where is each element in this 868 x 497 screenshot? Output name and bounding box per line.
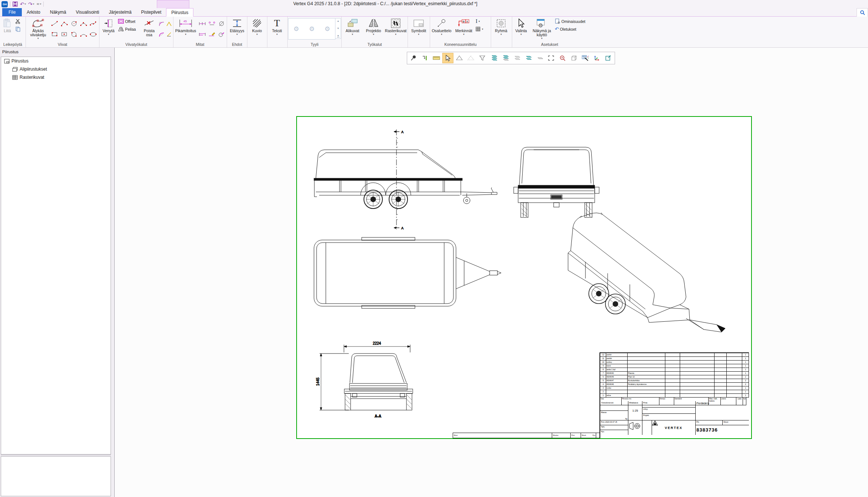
title-bar: G4 ↶▾ ↷▾ ≂▾ Vertex G4 2025 / 31.0.8 - [2… (0, 0, 868, 8)
zoom-in-icon[interactable] (557, 53, 568, 63)
circle-tool-icon[interactable] (71, 31, 77, 37)
hatch-button[interactable]: Kuvio ▾ (248, 17, 266, 41)
selection-button[interactable]: Valinta ▾ (513, 17, 530, 41)
walk-path-icon[interactable] (419, 53, 430, 63)
tree-item-piirustus[interactable]: Piirustus (1, 57, 111, 65)
tree-item-rasterikuvat[interactable]: Rasterikuvat (1, 73, 111, 81)
parts-list-button[interactable]: Osaluettelo ▾ (430, 17, 453, 41)
fillet-icon[interactable] (159, 21, 165, 27)
raster-images-button[interactable]: Rasterikuvat ▾ (384, 17, 407, 41)
properties-button[interactable]: ⚙ Ominaisuudet (554, 17, 586, 25)
chamfer-line-icon[interactable] (166, 31, 172, 37)
parts-header: OsaPiirustus nroNimitysStandardiMitat, m… (600, 398, 749, 401)
tab-pistepilvet[interactable]: Pistepilvet (136, 8, 166, 16)
delete-part-button[interactable]: Poista osa (141, 17, 158, 41)
redo-button[interactable]: ↷▾ (28, 1, 34, 7)
scroll-down-icon[interactable]: ▼ (337, 27, 340, 30)
group-button[interactable]: Ryhmä ▾ (492, 17, 511, 41)
polyline-tool-icon[interactable] (61, 21, 68, 27)
line-tool-icon[interactable] (51, 21, 58, 27)
axis-triad-icon[interactable] (591, 53, 602, 63)
annotations-button[interactable]: ⊕A Merkinnät ▾ (453, 17, 475, 41)
style-gear-icon[interactable]: ⚙ (293, 25, 299, 33)
plane-ghost-icon[interactable] (465, 53, 476, 63)
tab-arkisto[interactable]: Arkisto (22, 8, 45, 16)
group-label-text: Ryhmä (495, 29, 507, 33)
gallery-expand-icon[interactable]: ▼ (337, 34, 340, 37)
distance-button[interactable]: Etäisyys ▾ (227, 17, 247, 41)
active-tab-highlight (157, 0, 189, 9)
ordinate-dimension-icon[interactable] (208, 21, 216, 26)
style-gallery[interactable]: ⚙ ⚙ ⚙ (288, 18, 335, 40)
style-gear-icon[interactable]: ⚙ (309, 25, 314, 33)
weld-symbol-button[interactable]: I ▾ (475, 17, 488, 25)
layers-dim-icon[interactable] (511, 53, 522, 63)
balloon-grid-button[interactable]: ▾ (475, 25, 488, 33)
chevron-down-icon[interactable]: ▾ (25, 1, 26, 7)
subpictures-button[interactable]: Alikuvat ▾ (342, 17, 363, 41)
arc-3pt-tool-icon[interactable] (80, 31, 87, 37)
chain-dimension-icon[interactable] (199, 21, 206, 26)
mirror-button[interactable]: Peilaa (117, 25, 141, 33)
layers-all-icon[interactable] (488, 53, 499, 63)
view-and-use-label: Näkymä ja käyttö (530, 29, 553, 37)
search-button[interactable] (857, 8, 868, 17)
app-logo-icon[interactable]: G4 (1, 1, 8, 7)
layers-pair-icon[interactable] (523, 53, 534, 63)
tab-file[interactable]: File (2, 8, 22, 16)
projection-button[interactable]: Projektio ▾ (363, 17, 384, 41)
chevron-down-icon[interactable]: ▾ (33, 1, 34, 7)
defaults-button[interactable]: ↶ Oletukset (554, 25, 586, 33)
text-button[interactable]: T Teksti ▾ (268, 17, 286, 41)
fillet-trim-icon[interactable] (159, 31, 165, 37)
delete-part-icon (144, 19, 154, 27)
spline-tool-icon[interactable] (89, 21, 97, 27)
ellipse-tool-icon[interactable] (89, 31, 97, 37)
stretch-button[interactable]: Venytä ▾ (100, 17, 117, 41)
filter-icon[interactable] (477, 53, 488, 63)
symbols-button[interactable]: Symbolit ▾ (408, 17, 429, 41)
tab-jarjestelma[interactable]: Järjestelmä (104, 8, 136, 16)
scroll-up-icon[interactable]: ▲ (337, 20, 340, 22)
radius-dimension-icon[interactable] (218, 32, 225, 37)
baseline-dimension-icon[interactable] (199, 32, 206, 37)
drawing-canvas[interactable]: A A (115, 48, 868, 497)
drawing-sheet[interactable]: A A (296, 116, 752, 439)
select-cursor-icon[interactable] (442, 53, 453, 63)
tab-nakyma[interactable]: Näkymä (45, 8, 71, 16)
tree-item-alipiirustukset[interactable]: Alipiirustukset (1, 65, 111, 73)
style-gear-icon[interactable]: ⚙ (325, 25, 330, 33)
quick-dimension-button[interactable]: 45 Pikamitoitus ▾ (174, 17, 197, 41)
offset-button[interactable]: Offset (117, 17, 141, 25)
circle-center-tool-icon[interactable] (71, 21, 77, 27)
fit-view-icon[interactable] (603, 53, 614, 63)
arc-tool-icon[interactable] (80, 21, 87, 27)
view-and-use-button[interactable]: ⚙ Näkymä ja käyttö ▾ (530, 17, 554, 41)
pin-icon[interactable] (408, 53, 419, 63)
chamfer-icon[interactable] (166, 21, 172, 27)
undo-button[interactable]: ↶▾ (20, 1, 26, 7)
solid-box-icon[interactable] (568, 53, 580, 63)
diameter-dimension-icon[interactable] (219, 21, 224, 27)
plane-icon[interactable] (454, 53, 465, 63)
rectangle-tool-icon[interactable] (51, 32, 58, 37)
tab-piirustus[interactable]: Piirustus (166, 8, 193, 17)
selection-frame-icon[interactable] (546, 53, 557, 63)
tab-visualisointi[interactable]: Visualisointi (71, 8, 104, 16)
customize-quick-access-button[interactable]: ≂▾ (37, 1, 41, 7)
layers-upper-icon[interactable] (500, 53, 511, 63)
panel-splitter[interactable] (1, 454, 111, 456)
projection-symbol-icon (628, 420, 641, 432)
table-wand-icon[interactable] (580, 53, 591, 63)
edit-dimension-icon[interactable] (208, 32, 216, 37)
cut-button[interactable] (14, 17, 21, 25)
copy-button[interactable] (14, 25, 21, 33)
ruler-icon[interactable] (431, 53, 442, 63)
paste-button[interactable]: Liitä (0, 17, 14, 41)
rectangle-center-tool-icon[interactable] (61, 32, 68, 37)
layer-single-icon[interactable] (534, 53, 545, 63)
smart-polyline-button[interactable]: Älykäs viivaketju ▾ (26, 17, 50, 41)
gallery-scroll[interactable]: ▲ ▼ ▼ (335, 18, 341, 39)
save-button[interactable] (13, 1, 18, 7)
paste-label: Liitä (4, 29, 11, 33)
